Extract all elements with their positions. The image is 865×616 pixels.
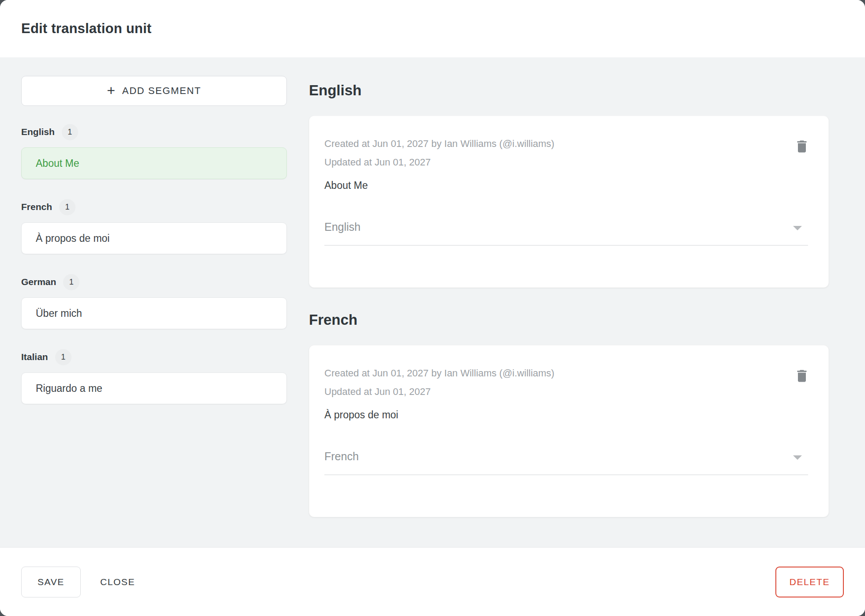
chevron-down-icon	[793, 455, 802, 460]
created-meta: Created at Jun 01, 2027 by Ian Williams …	[324, 364, 808, 383]
segment-card-english: Created at Jun 01, 2027 by Ian Williams …	[309, 116, 829, 288]
add-segment-label: ADD SEGMENT	[122, 85, 201, 97]
segment-text: About Me	[324, 180, 808, 192]
updated-meta: Updated at Jun 01, 2027	[324, 383, 808, 401]
section-heading-english: English	[309, 81, 829, 100]
language-label: Italian	[21, 352, 48, 362]
segment-item-english[interactable]: About Me	[21, 147, 287, 179]
segment-item-german[interactable]: Über mich	[21, 297, 287, 329]
segment-count-badge: 1	[62, 124, 78, 140]
dialog-footer: SAVE CLOSE DELETE	[0, 547, 865, 616]
dialog-header: Edit translation unit	[0, 0, 865, 57]
language-group-header-english: English 1	[21, 124, 287, 140]
segment-item-french[interactable]: À propos de moi	[21, 222, 287, 254]
segment-card-french: Created at Jun 01, 2027 by Ian Williams …	[309, 345, 829, 517]
add-segment-button[interactable]: + ADD SEGMENT	[21, 76, 287, 106]
segment-item-italian[interactable]: Riguardo a me	[21, 372, 287, 404]
segment-text: À propos de moi	[324, 409, 808, 421]
dialog-title: Edit translation unit	[21, 21, 151, 37]
language-label: French	[21, 202, 52, 212]
updated-meta: Updated at Jun 01, 2027	[324, 153, 808, 172]
segment-count-badge: 1	[59, 199, 75, 215]
edit-translation-unit-dialog: Edit translation unit + ADD SEGMENT Engl…	[0, 0, 865, 616]
delete-button[interactable]: DELETE	[775, 567, 844, 597]
language-label: German	[21, 277, 56, 287]
segment-item-label: About Me	[36, 158, 79, 169]
plus-icon: +	[107, 83, 115, 98]
segment-detail-panel: English Created at Jun 01, 2027 by Ian W…	[309, 76, 844, 547]
language-label: English	[21, 127, 55, 137]
chevron-down-icon	[793, 226, 802, 230]
close-button[interactable]: CLOSE	[96, 567, 139, 597]
language-group-header-german: German 1	[21, 274, 287, 290]
segment-item-label: À propos de moi	[36, 233, 109, 244]
trash-icon	[794, 379, 810, 385]
delete-segment-button[interactable]	[793, 368, 811, 385]
language-select-value: English	[324, 221, 361, 233]
trash-icon	[794, 149, 810, 156]
created-meta: Created at Jun 01, 2027 by Ian Williams …	[324, 135, 808, 153]
segment-count-badge: 1	[55, 349, 71, 365]
language-select[interactable]: French	[324, 450, 808, 475]
language-select[interactable]: English	[324, 221, 808, 246]
save-button[interactable]: SAVE	[21, 567, 81, 597]
language-group-header-italian: Italian 1	[21, 349, 287, 365]
segment-item-label: Über mich	[36, 308, 82, 319]
section-heading-french: French	[309, 311, 829, 329]
delete-segment-button[interactable]	[793, 138, 811, 156]
segments-sidebar: + ADD SEGMENT English 1 About Me French …	[21, 76, 287, 547]
dialog-body: + ADD SEGMENT English 1 About Me French …	[0, 57, 865, 547]
segment-count-badge: 1	[63, 274, 79, 290]
language-group-header-french: French 1	[21, 199, 287, 215]
language-select-value: French	[324, 450, 359, 462]
segment-item-label: Riguardo a me	[36, 383, 102, 394]
